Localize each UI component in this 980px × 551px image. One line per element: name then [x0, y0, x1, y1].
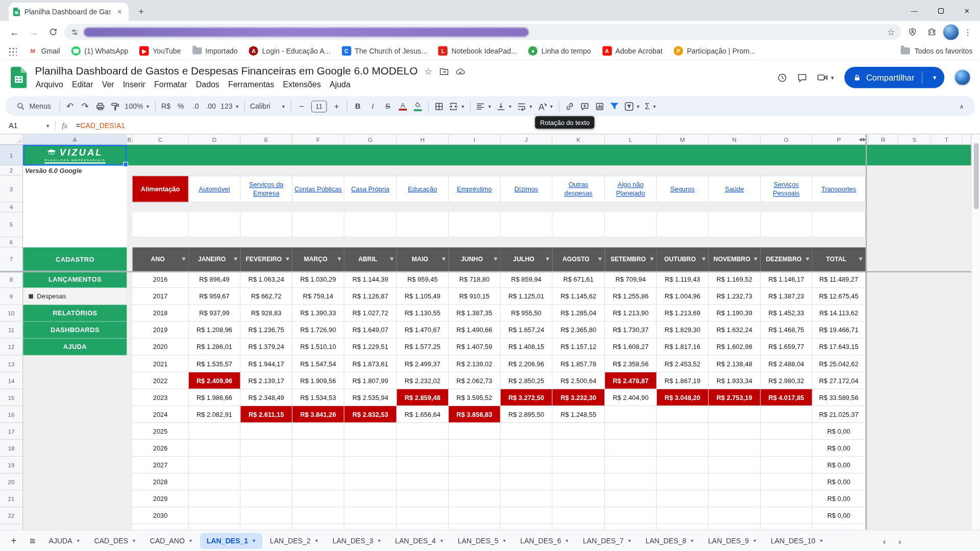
month-cell[interactable]: R$ 1.807,99 [345, 372, 397, 389]
column-header-G[interactable]: G [345, 134, 397, 145]
total-cell[interactable]: R$ 19.466,71 [813, 322, 866, 339]
bookmark-star-icon[interactable]: ☆ [887, 27, 895, 37]
star-icon[interactable]: ☆ [425, 66, 432, 77]
bookmark-item[interactable]: ●Linha do tempo [523, 44, 596, 58]
month-cell[interactable]: R$ 718,80 [449, 271, 501, 288]
row-header-13[interactable]: 13 [0, 356, 23, 372]
close-button[interactable]: × [954, 0, 980, 21]
month-cell[interactable] [761, 440, 813, 457]
forward-icon[interactable]: → [26, 24, 42, 40]
print-icon[interactable] [93, 98, 107, 113]
extensions-puzzle-icon[interactable] [924, 24, 940, 40]
month-cell[interactable]: R$ 1.390,33 [292, 305, 345, 322]
month-cell[interactable]: R$ 928,83 [240, 305, 292, 322]
month-cell[interactable]: R$ 959,45 [397, 271, 449, 288]
month-cell[interactable] [709, 423, 761, 440]
sheet-tab-AJUDA[interactable]: AJUDA▼ [42, 533, 86, 549]
month-cell[interactable]: R$ 1.933,34 [709, 372, 761, 389]
sheet-tab-menu-icon[interactable]: ▼ [819, 539, 823, 543]
month-cell[interactable] [552, 507, 605, 524]
year-cell[interactable]: 2028 [133, 473, 189, 490]
maximize-button[interactable] [927, 0, 953, 21]
month-cell[interactable]: R$ 2.082,91 [189, 406, 241, 423]
filter-views-button[interactable]: ▼ [622, 98, 642, 113]
bookmark-item[interactable]: Importado [187, 45, 243, 57]
menus-search-button[interactable]: Menus [11, 98, 56, 113]
tabs-scroll-left-icon[interactable]: ‹ [883, 536, 886, 546]
month-cell[interactable]: R$ 1.190,39 [709, 305, 761, 322]
month-cell[interactable] [240, 473, 292, 490]
year-cell[interactable]: 2020 [133, 339, 189, 356]
browser-profile-avatar[interactable] [943, 24, 959, 40]
month-cell[interactable] [709, 490, 761, 507]
sheet-tab-menu-icon[interactable]: ▼ [690, 539, 694, 543]
total-cell[interactable]: R$ 14.113,62 [813, 305, 866, 322]
input-cell[interactable] [345, 212, 397, 237]
month-cell[interactable] [501, 473, 553, 490]
input-cell[interactable] [709, 212, 761, 237]
total-cell[interactable]: R$ 21.025,37 [813, 406, 866, 423]
month-cell[interactable] [449, 473, 501, 490]
font-select[interactable]: Calibri▼ [248, 98, 287, 113]
month-cell[interactable]: R$ 4.017,85 [761, 389, 813, 406]
month-cell[interactable]: R$ 1.867,19 [657, 372, 709, 389]
month-cell[interactable] [240, 457, 292, 473]
freeze-split-icon[interactable]: ◀▶ [859, 137, 867, 142]
toolbar-collapse-button[interactable]: ∧ [954, 98, 969, 113]
month-cell[interactable]: R$ 1.145,62 [552, 288, 605, 305]
month-cell[interactable] [605, 440, 657, 457]
month-cell[interactable]: R$ 1.452,33 [761, 305, 813, 322]
month-cell[interactable]: R$ 3.841,26 [292, 406, 345, 423]
row-header-11[interactable]: 11 [0, 322, 23, 339]
month-cell[interactable]: R$ 1.286,01 [189, 339, 241, 356]
category-tab-7[interactable]: Empréstimo [449, 176, 501, 203]
category-tab-1[interactable]: Alimentação [133, 176, 189, 203]
column-header-S[interactable]: S [898, 134, 932, 145]
year-cell[interactable]: 2026 [133, 440, 189, 457]
comments-icon[interactable] [797, 72, 807, 83]
month-cell[interactable]: R$ 1.232,73 [709, 288, 761, 305]
total-cell[interactable]: R$ 17.643,15 [813, 339, 866, 356]
bookmark-item[interactable]: MGmail [23, 44, 65, 58]
month-cell[interactable]: R$ 1.126,87 [345, 288, 397, 305]
italic-button[interactable]: I [365, 98, 380, 113]
spreadsheet-grid[interactable]: ABCDEFGHIJKLMNOPRST 1VIZUALPLANILHAS EMP… [0, 134, 971, 530]
nav-button-relatorios[interactable]: RELATÓRIOS [23, 305, 127, 322]
month-cell[interactable] [501, 440, 553, 457]
input-cell[interactable] [501, 212, 553, 237]
month-cell[interactable]: R$ 1.535,57 [189, 356, 241, 372]
month-cell[interactable]: R$ 1.130,55 [397, 305, 449, 322]
month-cell[interactable]: R$ 955,50 [501, 305, 553, 322]
month-cell[interactable] [605, 507, 657, 524]
month-cell[interactable]: R$ 1.407,59 [449, 339, 501, 356]
column-header-H[interactable]: H [397, 134, 449, 145]
month-cell[interactable]: R$ 1.632,24 [709, 322, 761, 339]
row-header-16[interactable]: 16 [0, 406, 23, 423]
scrollbar-thumb[interactable] [974, 143, 979, 209]
month-cell[interactable] [240, 490, 292, 507]
text-rotation-button[interactable]: ▼ [535, 98, 555, 113]
column-filter-icon[interactable] [337, 257, 342, 262]
year-cell[interactable]: 2021 [133, 356, 189, 372]
month-cell[interactable] [605, 423, 657, 440]
total-cell[interactable]: R$ 0,00 [813, 423, 866, 440]
month-cell[interactable]: R$ 759,14 [292, 288, 345, 305]
bookmark-item[interactable]: ▶YouTube [135, 44, 186, 58]
month-cell[interactable]: R$ 2.499,37 [397, 356, 449, 372]
year-cell[interactable]: 2027 [133, 457, 189, 473]
bold-button[interactable]: B [351, 98, 365, 113]
sheet-tab-menu-icon[interactable]: ▼ [752, 539, 756, 543]
month-cell[interactable]: R$ 1.470,67 [397, 322, 449, 339]
month-cell[interactable] [189, 440, 241, 457]
month-cell[interactable]: R$ 1.608,27 [605, 339, 657, 356]
month-cell[interactable]: R$ 1.909,56 [292, 372, 345, 389]
month-cell[interactable] [397, 423, 449, 440]
month-cell[interactable]: R$ 896,49 [189, 271, 241, 288]
month-cell[interactable] [292, 440, 345, 457]
month-cell[interactable] [449, 507, 501, 524]
nav-button-dashboards[interactable]: DASHBOARDS [23, 322, 127, 339]
category-tab-8[interactable]: Dízimos [501, 176, 553, 203]
menu-ferramentas[interactable]: Ferramentas [224, 79, 278, 90]
month-cell[interactable] [397, 457, 449, 473]
new-tab-button[interactable]: + [134, 4, 149, 18]
